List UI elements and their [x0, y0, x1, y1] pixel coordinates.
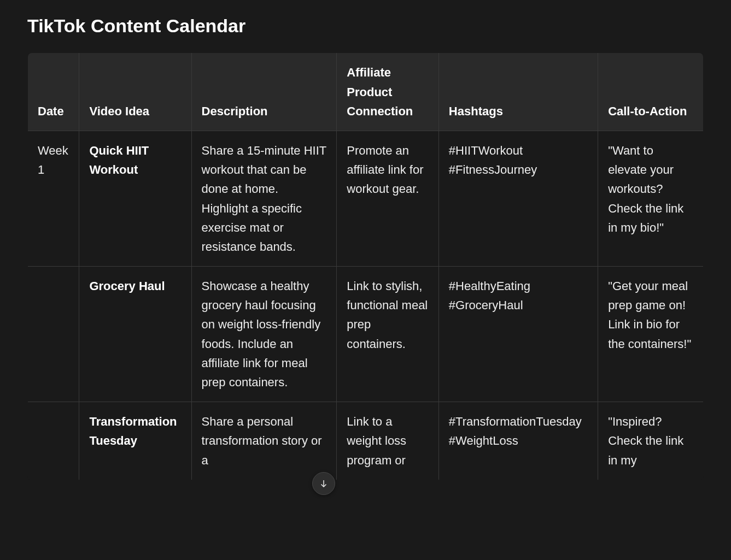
cell-video-idea: Transformation Tuesday	[79, 402, 191, 480]
col-video-idea: Video Idea	[79, 53, 191, 131]
scroll-down-button[interactable]	[312, 472, 335, 495]
table-row: Transformation Tuesday Share a personal …	[28, 402, 704, 480]
cell-affiliate: Promote an affiliate link for workout ge…	[337, 131, 439, 266]
table-row: Week 1 Quick HIIT Workout Share a 15-min…	[28, 131, 704, 266]
cell-cta: "Want to elevate your workouts? Check th…	[598, 131, 704, 266]
col-affiliate: Affiliate Product Connection	[337, 53, 439, 131]
cell-description: Showcase a healthy grocery haul focusing…	[191, 267, 337, 402]
cell-video-idea: Quick HIIT Workout	[79, 131, 191, 266]
col-hashtags: Hashtags	[438, 53, 598, 131]
cell-description: Share a 15-minute HIIT workout that can …	[191, 131, 337, 266]
table-header-row: Date Video Idea Description Affiliate Pr…	[28, 53, 704, 131]
arrow-down-icon	[319, 479, 329, 488]
cell-cta: "Inspired? Check the link in my	[598, 402, 704, 480]
video-idea-text: Quick HIIT Workout	[89, 144, 149, 176]
col-cta: Call-to-Action	[598, 53, 704, 131]
cell-hashtags: #HealthyEating #GroceryHaul	[438, 267, 598, 402]
cell-video-idea: Grocery Haul	[79, 267, 191, 402]
page-title: TikTok Content Calendar	[27, 11, 704, 40]
cell-affiliate: Link to stylish, functional meal prep co…	[337, 267, 439, 402]
video-idea-text: Transformation Tuesday	[89, 415, 177, 447]
cell-date	[28, 267, 79, 402]
cell-affiliate: Link to a weight loss program or	[337, 402, 439, 480]
table-row: Grocery Haul Showcase a healthy grocery …	[28, 267, 704, 402]
video-idea-text: Grocery Haul	[89, 279, 165, 293]
col-description: Description	[191, 53, 337, 131]
cell-date	[28, 402, 79, 480]
content-calendar-table: Date Video Idea Description Affiliate Pr…	[27, 52, 704, 480]
cell-date: Week 1	[28, 131, 79, 266]
cell-description: Share a personal transformation story or…	[191, 402, 337, 480]
col-date: Date	[28, 53, 79, 131]
cell-hashtags: #TransformationTuesday #WeightLoss	[438, 402, 598, 480]
cell-cta: "Get your meal prep game on! Link in bio…	[598, 267, 704, 402]
cell-hashtags: #HIITWorkout #FitnessJourney	[438, 131, 598, 266]
